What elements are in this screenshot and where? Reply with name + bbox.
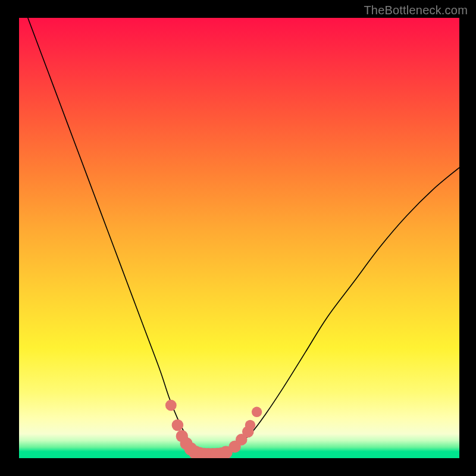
highlighted-point <box>215 447 228 458</box>
highlighted-point <box>228 441 240 453</box>
highlighted-points-group <box>165 400 262 458</box>
highlighted-point <box>193 447 206 458</box>
highlighted-point <box>176 430 188 442</box>
bottleneck-curve-line <box>28 18 459 455</box>
highlighted-point <box>202 448 215 458</box>
highlighted-point <box>220 446 233 459</box>
highlighted-point <box>172 419 184 431</box>
watermark-text: TheBottleneck.com <box>364 4 468 17</box>
highlighted-point <box>184 443 198 456</box>
highlighted-point <box>242 426 254 438</box>
highlighted-point <box>165 400 177 411</box>
highlighted-point <box>245 420 255 430</box>
highlighted-point <box>197 448 211 458</box>
plot-area <box>19 18 459 458</box>
bottleneck-curve-svg <box>19 18 459 458</box>
chart-frame: TheBottleneck.com <box>0 0 476 476</box>
highlighted-point <box>210 448 224 458</box>
highlighted-point <box>206 448 220 458</box>
highlighted-point <box>236 434 248 446</box>
highlighted-point <box>180 437 193 450</box>
highlighted-point <box>189 446 202 458</box>
highlighted-point <box>252 407 262 417</box>
